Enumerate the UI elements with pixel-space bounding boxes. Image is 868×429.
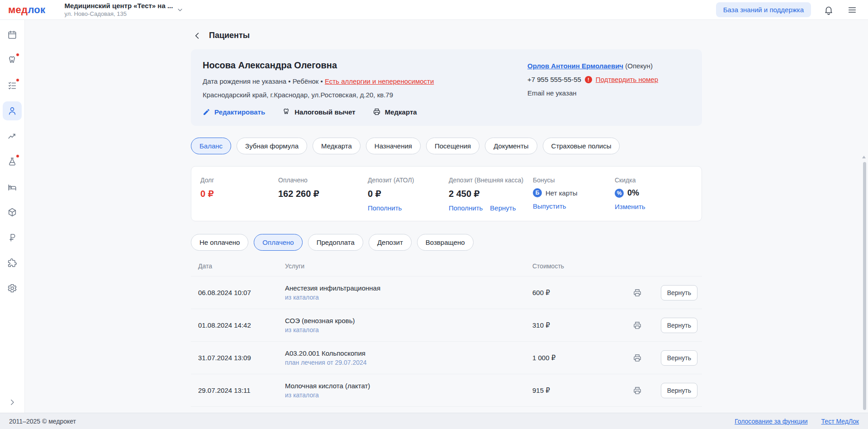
support-button[interactable]: База знаний и поддержка xyxy=(716,2,811,17)
tax-deduction-button[interactable]: Налоговый вычет xyxy=(282,108,356,116)
print-receipt-button[interactable] xyxy=(633,321,642,330)
return-button[interactable]: Вернуть xyxy=(661,383,697,398)
print-receipt-button[interactable] xyxy=(633,386,642,395)
return-button[interactable]: Вернуть xyxy=(661,350,697,366)
sidebar-item-warehouse[interactable] xyxy=(3,203,22,222)
print-receipt-button[interactable] xyxy=(633,288,642,297)
row-source-link[interactable]: из каталога xyxy=(285,326,319,334)
scrollbar-up-arrow[interactable] xyxy=(862,156,866,158)
balance-deposit-external: Депозит (Внешняя касса) 2 450 ₽ Пополнит… xyxy=(449,176,533,212)
balance-debt: Долг 0 ₽ xyxy=(200,176,278,212)
printer-icon xyxy=(633,288,642,297)
balance-summary: Долг 0 ₽ Оплачено 162 260 ₽ Депозит (АТО… xyxy=(191,166,702,221)
row-service: А03.20.001 Кольпоскопия xyxy=(285,349,532,357)
checklist-icon xyxy=(7,81,17,91)
patient-address: Краснодарский край, г.Краснодар, ул.Рост… xyxy=(203,91,527,99)
tab-medcard[interactable]: Медкарта xyxy=(313,138,360,154)
return-button[interactable]: Вернуть xyxy=(661,318,697,333)
confirm-phone-link[interactable]: Подтвердить номер xyxy=(596,76,658,83)
balance-value: Нет карты xyxy=(545,189,578,197)
topup-link[interactable]: Пополнить xyxy=(449,204,483,212)
sidebar-item-patients[interactable] xyxy=(3,101,22,120)
balance-discount: Скидка % 0% Изменить xyxy=(615,176,693,212)
edit-patient-button[interactable]: Редактировать xyxy=(203,108,265,116)
feature-voting-link[interactable]: Голосование за функции xyxy=(735,418,807,425)
guardian-link[interactable]: Орлов Антонин Ермолаевич xyxy=(527,62,623,70)
sidebar-expand-button[interactable] xyxy=(8,398,16,406)
allergy-link[interactable]: Есть аллергии и непереносимости xyxy=(325,77,434,85)
balance-label: Оплачено xyxy=(278,176,368,184)
row-service: Анестезия инфильтрационная xyxy=(285,284,532,292)
header-date: Дата xyxy=(198,262,285,270)
notifications-button[interactable] xyxy=(823,4,835,16)
tab-dental-formula[interactable]: Зубная формула xyxy=(237,138,307,154)
tab-prescriptions[interactable]: Назначения xyxy=(366,138,421,154)
patient-name: Носова Александра Олеговна xyxy=(203,60,527,71)
bed-icon xyxy=(7,182,17,192)
guardian-role: (Опекун) xyxy=(625,62,653,70)
medcard-print-button[interactable]: Медкарта xyxy=(373,108,417,116)
printer-icon xyxy=(633,386,642,395)
print-receipt-button[interactable] xyxy=(633,353,642,362)
sidebar-item-tasks[interactable] xyxy=(3,76,22,95)
tab-balance[interactable]: Баланс xyxy=(191,138,231,154)
row-price: 310 ₽ xyxy=(532,321,633,329)
row-service: СОЭ (венозная кровь) xyxy=(285,317,532,324)
sidebar xyxy=(0,20,25,413)
back-button[interactable] xyxy=(193,31,202,40)
sidebar-item-finance[interactable] xyxy=(3,228,22,247)
issue-card-link[interactable]: Выпустить xyxy=(533,202,566,210)
main-menu-button[interactable] xyxy=(846,4,858,16)
balance-value: 2 450 ₽ xyxy=(449,188,533,199)
header-price: Стоимость xyxy=(532,262,633,270)
discount-icon: % xyxy=(615,189,624,198)
sidebar-item-inpatient[interactable] xyxy=(3,177,22,196)
return-button[interactable]: Вернуть xyxy=(661,285,697,300)
row-source-link[interactable]: из каталога xyxy=(285,294,319,301)
table-row: 01.08.2024 14:42 СОЭ (венозная кровь) из… xyxy=(191,309,702,342)
row-price: 600 ₽ xyxy=(532,289,633,297)
sidebar-item-schedule[interactable] xyxy=(3,25,22,44)
tooth-icon xyxy=(282,108,290,116)
tax-label: Налоговый вычет xyxy=(294,108,356,116)
test-medlock-link[interactable]: Тест МедЛок xyxy=(821,418,859,425)
filter-deposit[interactable]: Депозит xyxy=(369,234,412,251)
sidebar-item-laboratory[interactable] xyxy=(3,152,22,171)
table-row: 31.07.2024 13:09 А03.20.001 Кольпоскопия… xyxy=(191,342,702,374)
patient-icon xyxy=(7,106,17,116)
sidebar-item-settings[interactable] xyxy=(3,279,22,298)
sidebar-item-dental[interactable] xyxy=(3,51,22,70)
tab-visits[interactable]: Посещения xyxy=(426,138,479,154)
filter-returned[interactable]: Возвращено xyxy=(417,234,474,251)
row-source-link[interactable]: план лечения от 29.07.2024 xyxy=(285,359,367,366)
tab-insurance[interactable]: Страховые полисы xyxy=(543,138,620,154)
filter-prepaid[interactable]: Предоплата xyxy=(308,234,363,251)
balance-label: Бонусы xyxy=(533,176,615,184)
filter-paid[interactable]: Оплачено xyxy=(254,234,302,251)
balance-label: Депозит (АТОЛ) xyxy=(368,176,449,184)
patient-tabs: Баланс Зубная формула Медкарта Назначени… xyxy=(191,138,702,154)
sidebar-item-analytics[interactable] xyxy=(3,127,22,146)
sidebar-item-integrations[interactable] xyxy=(3,253,22,272)
change-discount-link[interactable]: Изменить xyxy=(615,203,645,210)
row-source-link[interactable]: из каталога xyxy=(285,391,319,399)
puzzle-icon xyxy=(7,258,17,268)
chevron-down-icon xyxy=(176,6,184,14)
tab-documents[interactable]: Документы xyxy=(485,138,537,154)
refund-link[interactable]: Вернуть xyxy=(490,204,516,212)
patient-email: Email не указан xyxy=(527,89,690,97)
balance-value: 0 ₽ xyxy=(200,188,278,199)
edit-label: Редактировать xyxy=(214,108,265,116)
app-logo: медлок xyxy=(8,4,45,16)
topbar: медлок Медицинский центр «Тест» на ... у… xyxy=(0,0,868,20)
clinic-selector[interactable]: Медицинский центр «Тест» на ... ул. Ново… xyxy=(64,2,184,18)
patient-card: Носова Александра Олеговна Дата рождения… xyxy=(191,49,702,126)
row-date: 06.08.2024 10:07 xyxy=(198,289,285,296)
scrollbar-thumb[interactable] xyxy=(863,162,866,410)
page-title: Пациенты xyxy=(209,31,250,40)
filter-unpaid[interactable]: Не оплачено xyxy=(191,234,248,251)
balance-deposit-atol: Депозит (АТОЛ) 0 ₽ Пополнить xyxy=(368,176,449,212)
row-service: Молочная кислота (лактат) xyxy=(285,382,532,390)
topup-link[interactable]: Пополнить xyxy=(368,204,402,212)
balance-label: Скидка xyxy=(615,176,693,184)
